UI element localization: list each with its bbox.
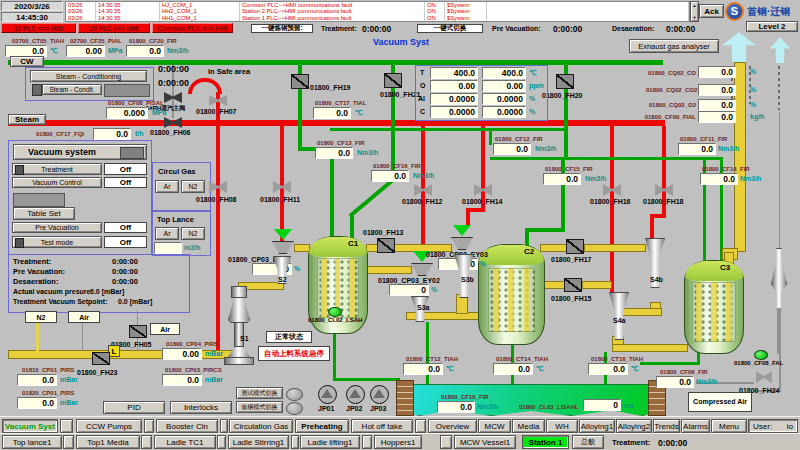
pump-jp01-icon[interactable] <box>318 385 337 404</box>
toplance-flow-input[interactable] <box>154 242 182 254</box>
nav-vacuum-syst[interactable]: Vacuum Syst <box>2 419 58 433</box>
nav-separator[interactable] <box>144 419 154 433</box>
plc1-status-button[interactable]: 1# PLC <=> HMI <box>1 23 76 33</box>
vacuum-system-status-box <box>120 147 144 159</box>
circul-n2-button[interactable]: N2 <box>181 180 205 193</box>
fh24-valve-icon[interactable] <box>756 371 772 383</box>
interlocks-button[interactable]: Interlocks <box>170 401 232 414</box>
nav-separator[interactable] <box>220 419 228 433</box>
scroll-down-icon[interactable]: ▼ <box>693 15 697 20</box>
toplance-n2-button[interactable]: N2 <box>181 227 205 240</box>
nav-separator[interactable] <box>63 435 74 449</box>
nav-separator[interactable] <box>141 435 152 449</box>
fh19-valve-icon[interactable] <box>291 74 309 89</box>
status-row-label: Desaeration: <box>13 278 58 286</box>
ct05-tag: 02700_CT05_TIAH <box>12 38 64 45</box>
nav-overview-cn[interactable]: 总貌 <box>572 435 604 449</box>
nav-alloying2[interactable]: Alloying2 <box>616 419 652 433</box>
treatment-bottom-label: Treatment: <box>612 439 650 447</box>
nav-ladle-lifting1[interactable]: Ladle lifting1 <box>300 435 360 449</box>
nav-separator[interactable] <box>291 435 299 449</box>
fh20-valve-icon[interactable] <box>556 74 574 89</box>
fh13-valve-icon[interactable] <box>377 238 395 253</box>
cf12-value: 0.0 <box>493 143 531 155</box>
nav-mcw-vessel1[interactable]: MCW Vessel1 <box>454 435 516 449</box>
common-plc-status-button[interactable]: Common PLC <=> HMI <box>152 23 233 33</box>
circul-ar-button[interactable]: Ar <box>155 180 179 193</box>
ey01-control-valve-icon[interactable] <box>274 229 292 240</box>
in-safe-area-label: in Safe area <box>208 67 250 76</box>
nav-separator[interactable] <box>362 435 372 449</box>
nav-hoppers1[interactable]: Hoppers1 <box>374 435 422 449</box>
pump-jp03-icon[interactable] <box>370 385 389 404</box>
fh17-valve-icon[interactable] <box>566 239 584 254</box>
nav-top-lance1[interactable]: Top lance1 <box>2 435 62 449</box>
alarm-scrollbar[interactable]: ▲▼ <box>690 1 699 22</box>
nav-ccw-pumps[interactable]: CCW Pumps <box>76 419 142 433</box>
nav-alloying1[interactable]: Alloying1 <box>579 419 615 433</box>
cf13-unit: Nm3/h <box>357 149 378 157</box>
nav-preheating[interactable]: Preheating <box>295 419 349 433</box>
pid-button[interactable]: PID <box>103 401 165 414</box>
nav-separator[interactable] <box>440 435 452 449</box>
pump-jp02-icon[interactable] <box>346 385 365 404</box>
steam-conditioning-button[interactable]: Steam - Conditioning <box>30 70 147 82</box>
toplance-ar-button[interactable]: Ar <box>155 227 179 240</box>
cf09-unit: kg/h <box>750 113 764 121</box>
alarm-row[interactable]: 03/26 14:30:35 HH1_COM_1 Station 1 PLC--… <box>66 15 689 21</box>
nav-alarms[interactable]: Alarms <box>681 419 710 433</box>
fh15-valve-icon[interactable] <box>564 278 582 292</box>
analysis-row-label: O <box>420 82 425 90</box>
pre-vacuation-button[interactable]: Pre Vacuation <box>12 222 102 233</box>
steam-condit-button[interactable]: Steam - Condit. <box>42 84 102 95</box>
scroll-up-icon[interactable]: ▲ <box>693 3 697 8</box>
nav-separator[interactable] <box>60 419 73 433</box>
ey03-control-valve-icon[interactable] <box>453 225 471 236</box>
vacuum-control-button[interactable]: Vacuum Control <box>12 177 102 188</box>
nav-booster-cln[interactable]: Booster Cln <box>156 419 218 433</box>
onekey-switch-box[interactable]: 一键式切换 <box>417 24 483 33</box>
level2-button[interactable]: Level 2 <box>746 21 798 32</box>
analysis-value: 0.00 <box>482 80 526 92</box>
test-mode-button[interactable]: Test mode <box>12 236 102 248</box>
ey03-butterfly-icon[interactable] <box>451 237 473 250</box>
fh05-valve-icon[interactable] <box>129 325 147 338</box>
co2-value: 0.0 <box>698 84 736 96</box>
nav-mcw[interactable]: MCW <box>478 419 511 433</box>
treatment-button[interactable]: Treatment <box>12 163 102 175</box>
cp01b-value: 0.0 <box>17 397 57 409</box>
nav-wh[interactable]: WH <box>546 419 578 433</box>
nav-menu[interactable]: Menu <box>711 419 747 433</box>
nav-ladle-stirring1[interactable]: Ladle Stirring1 <box>228 435 289 449</box>
nav-top1-media[interactable]: Top1 Media <box>76 435 140 449</box>
nav-separator[interactable] <box>415 419 426 433</box>
fh06-valve-icon[interactable] <box>164 117 182 128</box>
test-mode-switch-button[interactable]: 测试模式切换 <box>236 387 283 399</box>
fh23-valve-icon[interactable] <box>92 352 110 365</box>
fh21-valve-icon[interactable] <box>384 73 402 88</box>
ey02-butterfly-icon[interactable] <box>411 263 433 276</box>
vessel-c3-label: C3 <box>720 264 730 272</box>
nav-hot-off-take[interactable]: Hot off take <box>351 419 413 433</box>
ey01-butterfly-icon[interactable] <box>272 241 294 254</box>
table-set-button[interactable]: Table Set <box>13 207 75 220</box>
status-row-label: Pre Vacuation: <box>13 268 65 276</box>
nav-overview[interactable]: Overview <box>428 419 477 433</box>
ack-button[interactable]: Ack <box>699 4 724 18</box>
plc2-status-button[interactable]: 2# PLC <=> HMI <box>78 23 150 33</box>
cf14-tag: 01800_CF14_FIR <box>702 166 750 173</box>
analysis-value: 0.0000 <box>430 106 478 118</box>
nav-media[interactable]: Media <box>512 419 545 433</box>
co-value: 0.0 <box>698 66 736 78</box>
status-row-value: 0.0 [mBar] <box>118 298 152 306</box>
nav-separator[interactable] <box>217 435 226 449</box>
nav-circulation-gas[interactable]: Circulation Gas <box>229 419 293 433</box>
nav-ladle-tc1[interactable]: Ladle TC1 <box>154 435 216 449</box>
user-label: User: <box>753 422 772 431</box>
alarm-table[interactable]: 03/26 14:30:35 HJ_COM_1 Common PLC-->HMI… <box>65 1 690 22</box>
onekey-steelmaking-box[interactable]: 一键炼钢预留: <box>251 24 313 33</box>
exhaust-gas-analyser-button[interactable]: Exhaust gas analyser <box>629 39 719 53</box>
nav-trends[interactable]: Trends <box>653 419 680 433</box>
steel-mode-switch-button[interactable]: 炼钢模式切换 <box>236 401 283 413</box>
nav-station1[interactable]: Station 1 <box>522 435 569 449</box>
